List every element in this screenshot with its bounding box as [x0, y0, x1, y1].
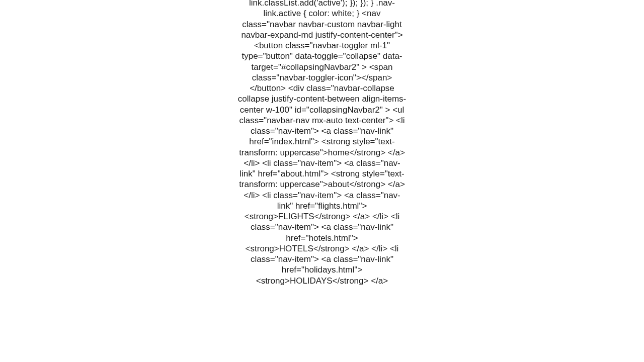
code-text-block: link.classList.add('active'); }); }); } …	[236, 0, 408, 286]
